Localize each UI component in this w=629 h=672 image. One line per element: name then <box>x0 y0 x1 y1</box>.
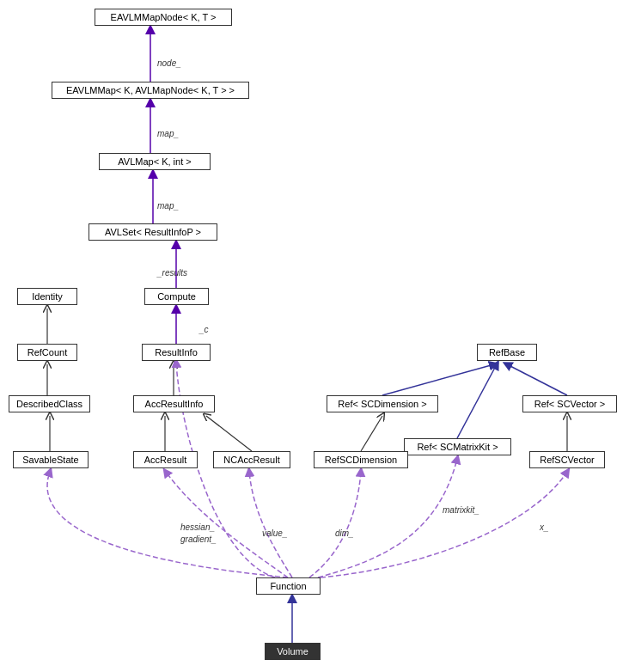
label-map1: map_ <box>157 129 179 138</box>
node-volume: Volume <box>265 643 321 660</box>
node-function: Function <box>256 577 321 595</box>
node-compute: Compute <box>144 288 209 305</box>
svg-line-11 <box>382 364 494 395</box>
node-savablestate: SavableState <box>13 451 89 468</box>
node-refcount: RefCount <box>17 344 77 361</box>
label-dim: dim_ <box>335 528 354 538</box>
node-avlmap: AVLMap< K, int > <box>99 153 211 170</box>
label-x: x_ <box>540 522 549 532</box>
node-ncaccresult: NCAccResult <box>213 451 290 468</box>
diagram-container: EAVLMMapNode< K, T > EAVLMMap< K, AVLMap… <box>0 0 629 672</box>
node-accresultinfo: AccResultInfo <box>133 395 215 412</box>
label-c: _c <box>199 325 209 334</box>
node-refbase: RefBase <box>477 344 537 361</box>
node-resultinfo: ResultInfo <box>142 344 211 361</box>
label-map2: map_ <box>157 201 179 211</box>
node-eavlmmapnode: EAVLMMapNode< K, T > <box>95 9 232 26</box>
node-describedclass: DescribedClass <box>9 395 90 412</box>
label-value: value_ <box>262 528 287 538</box>
node-accresult: AccResult <box>133 451 198 468</box>
node-refscmatrixkit: Ref< SCMatrixKit > <box>404 438 511 455</box>
node-avlset: AVLSet< ResultInfoP > <box>89 223 217 241</box>
arrows-svg <box>0 0 629 672</box>
svg-line-10 <box>206 416 252 451</box>
label-gradient: gradient_ <box>180 535 217 544</box>
node-refscvector-box: Ref< SCVector > <box>522 395 617 412</box>
label-hessian: hessian_ <box>180 522 215 532</box>
node-refscdimension-box: Ref< SCDimension > <box>327 395 438 412</box>
node-identity: Identity <box>17 288 77 305</box>
svg-line-12 <box>507 364 567 395</box>
label-results: _results <box>157 268 187 278</box>
node-refscdimension: RefSCDimension <box>314 451 408 468</box>
svg-line-13 <box>457 364 497 438</box>
label-matrixkit: matrixkit_ <box>443 505 479 515</box>
node-eavlmmap: EAVLMMap< K, AVLMapNode< K, T > > <box>52 82 249 99</box>
node-refscvector: RefSCVector <box>529 451 605 468</box>
label-node: node_ <box>157 58 181 68</box>
svg-line-14 <box>361 416 382 451</box>
